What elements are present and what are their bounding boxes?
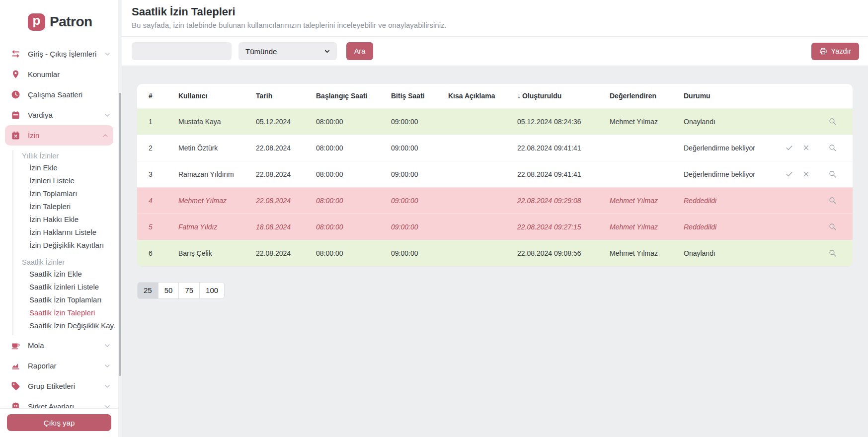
- print-button[interactable]: Yazdır: [811, 43, 859, 60]
- page-size-50[interactable]: 50: [158, 282, 179, 299]
- sidebar-item-calisma-saatleri[interactable]: Çalışma Saatleri: [0, 84, 118, 105]
- submenu-item-izin-haklarini-listele[interactable]: İzin Haklarını Listele: [13, 226, 118, 239]
- magnifier-icon[interactable]: [828, 117, 837, 126]
- sidebar-scrollbar-thumb[interactable]: [119, 93, 121, 376]
- chevron-up-icon: [101, 132, 109, 140]
- cell-end: 09:00:00: [391, 135, 448, 161]
- cell-status: Onaylandı: [684, 108, 762, 135]
- chevron-down-icon: [104, 50, 111, 58]
- patron-logo[interactable]: p Patron: [0, 0, 118, 44]
- sidebar-item-mola[interactable]: Mola: [0, 335, 118, 356]
- calendar-icon: [11, 110, 20, 120]
- content-area: # Kullanıcı Tarih Başlangıç Saati Bitiş …: [122, 66, 868, 437]
- logout-button[interactable]: Çıkış yap: [7, 414, 111, 431]
- search-input[interactable]: [132, 42, 232, 60]
- magnifier-icon[interactable]: [828, 249, 837, 257]
- chevron-placeholder: [103, 71, 111, 78]
- cell-status: Değerlendirme bekliyor: [684, 161, 762, 187]
- column-header-created-label: Oluşturuldu: [522, 92, 561, 100]
- approve-button[interactable]: [785, 144, 793, 152]
- toolbar: Tümünde Ara Yazdır: [122, 36, 868, 66]
- cell-date: 18.08.2024: [256, 214, 316, 240]
- column-header-user[interactable]: Kullanıcı: [178, 84, 256, 108]
- submenu-item-saatlik-izin-toplamlari[interactable]: Saatlik İzin Toplamları: [13, 293, 118, 306]
- page-header: Saatlik İzin Talepleri Bu sayfada, izin …: [122, 0, 868, 36]
- column-header-end[interactable]: Bitiş Saati: [391, 84, 448, 108]
- cell-end: 09:00:00: [391, 161, 448, 187]
- page-size-25[interactable]: 25: [137, 282, 158, 299]
- calendar-x-icon: [11, 131, 20, 140]
- chevron-down-icon: [103, 382, 111, 390]
- sidebar-item-grup-etiketleri[interactable]: Grup Etiketleri: [0, 376, 118, 396]
- sidebar-item-giris-cikis-islemleri[interactable]: Giriş - Çıkış İşlemleri: [0, 44, 118, 64]
- sidebar-item-vardiya[interactable]: Vardiya: [0, 105, 118, 125]
- logo-wordmark: Patron: [50, 14, 92, 30]
- sidebar-item-label: Şirket Ayarları: [28, 402, 96, 408]
- search-button[interactable]: Ara: [346, 42, 373, 60]
- sidebar-item-sirket-ayarlari[interactable]: Şirket Ayarları: [0, 396, 118, 408]
- column-header-desc[interactable]: Kısa Açıklama: [448, 84, 517, 108]
- submenu-item-izin-talepleri[interactable]: İzin Talepleri: [13, 200, 118, 213]
- patron-logo-icon: p: [28, 13, 45, 31]
- cell-reviewer: [610, 135, 684, 161]
- sidebar-scrollbar[interactable]: [118, 0, 122, 437]
- sidebar-item-izin[interactable]: İzin: [5, 125, 113, 146]
- column-header-reviewer[interactable]: Değerlendiren: [610, 84, 684, 108]
- magnifier-icon[interactable]: [828, 196, 837, 205]
- column-header-status[interactable]: Durumu: [684, 84, 762, 108]
- table-row: 4 Mehmet Yılmaz 22.08.2024 08:00:00 09:0…: [137, 187, 853, 214]
- clock-icon: [11, 90, 20, 99]
- cell-start: 08:00:00: [316, 161, 391, 187]
- cell-end: 09:00:00: [391, 240, 448, 266]
- submenu-item-saatlik-izin-degisiklik-kay[interactable]: Saatlik İzin Değişiklik Kay.: [13, 319, 118, 332]
- izin-submenu: Yıllık İzinler İzin Ekle İzinleri Listel…: [12, 150, 118, 335]
- magnifier-icon[interactable]: [828, 222, 837, 231]
- bar-chart-icon: [11, 361, 20, 370]
- cell-user: Metin Öztürk: [178, 135, 256, 161]
- cell-status: Reddedildi: [684, 214, 762, 240]
- sidebar-item-label: Konumlar: [28, 70, 96, 78]
- sidebar-item-label: Mola: [28, 341, 96, 350]
- cell-date: 22.08.2024: [256, 135, 316, 161]
- sidebar-item-label: Vardiya: [28, 111, 96, 119]
- cell-end: 09:00:00: [391, 108, 448, 135]
- column-header-start[interactable]: Başlangıç Saati: [316, 84, 391, 108]
- filter-select[interactable]: Tümünde: [238, 42, 337, 60]
- page-size-75[interactable]: 75: [178, 282, 200, 299]
- column-header-created[interactable]: ↓Oluşturuldu: [517, 84, 610, 108]
- cell-desc: [448, 214, 517, 240]
- submenu-item-saatlik-izin-ekle[interactable]: Saatlik İzin Ekle: [13, 268, 118, 281]
- building-icon: [11, 402, 20, 408]
- reject-button[interactable]: [802, 170, 810, 178]
- sidebar-item-konumlar[interactable]: Konumlar: [0, 64, 118, 84]
- cell-desc: [448, 135, 517, 161]
- submenu-item-izinleri-listele[interactable]: İzinleri Listele: [13, 174, 118, 187]
- magnifier-icon[interactable]: [828, 144, 837, 152]
- column-header-date[interactable]: Tarih: [256, 84, 316, 108]
- submenu-item-saatlik-izinleri-listele[interactable]: Saatlik İzinleri Listele: [13, 281, 118, 293]
- table-row: 6 Barış Çelik 22.08.2024 08:00:00 09:00:…: [137, 240, 853, 266]
- table-header-row: # Kullanıcı Tarih Başlangıç Saati Bitiş …: [137, 84, 853, 108]
- cell-end: 09:00:00: [391, 214, 448, 240]
- cell-desc: [448, 240, 517, 266]
- submenu-item-izin-degisiklik-kayitlari[interactable]: İzin Değişiklik Kayıtları: [13, 239, 118, 252]
- submenu-item-izin-ekle[interactable]: İzin Ekle: [13, 161, 118, 174]
- page-size-100[interactable]: 100: [199, 282, 225, 299]
- submenu-item-izin-hakki-ekle[interactable]: İzin Hakkı Ekle: [13, 213, 118, 226]
- table-row: 3 Ramazan Yıldırım 22.08.2024 08:00:00 0…: [137, 161, 853, 187]
- submenu-item-izin-toplamlari[interactable]: İzin Toplamları: [13, 187, 118, 200]
- sidebar-item-raporlar[interactable]: Raporlar: [0, 356, 118, 376]
- approve-button[interactable]: [785, 170, 793, 178]
- submenu-section-yillik-izinler: Yıllık İzinler: [13, 150, 118, 161]
- column-header-num[interactable]: #: [137, 84, 178, 108]
- submenu-item-saatlik-izin-talepleri[interactable]: Saatlik İzin Talepleri: [13, 306, 118, 319]
- cell-created: 22.08.2024 09:08:56: [517, 240, 610, 266]
- cell-reviewer: Mehmet Yılmaz: [610, 187, 684, 214]
- printer-icon: [819, 47, 827, 55]
- cell-num: 4: [137, 187, 178, 214]
- cell-user: Mehmet Yılmaz: [178, 187, 256, 214]
- magnifier-icon[interactable]: [828, 170, 837, 178]
- main-content: Saatlik İzin Talepleri Bu sayfada, izin …: [122, 0, 868, 437]
- cell-start: 08:00:00: [316, 240, 391, 266]
- reject-button[interactable]: [802, 144, 810, 152]
